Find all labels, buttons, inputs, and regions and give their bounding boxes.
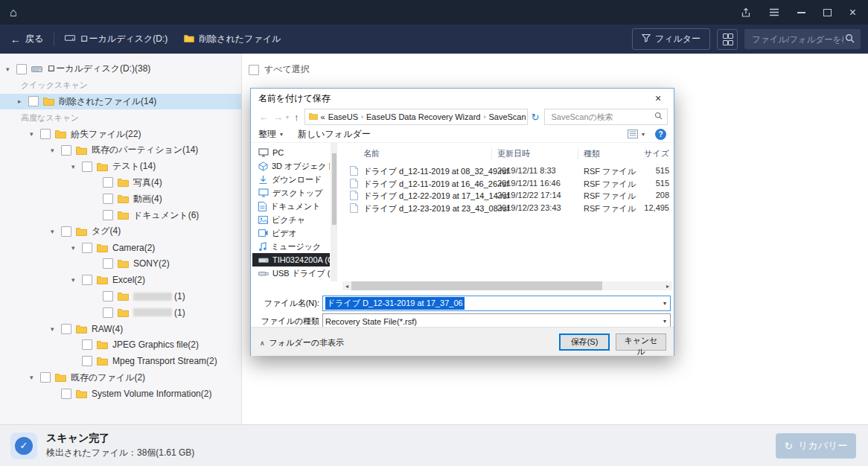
tree-item[interactable]: Mpeg Transport Stream(2) xyxy=(0,353,241,369)
places-scrollbar[interactable] xyxy=(331,143,337,281)
checkbox[interactable] xyxy=(82,275,92,285)
select-all-checkbox[interactable] xyxy=(249,65,259,75)
horizontal-scrollbar[interactable]: ◂ ▸ xyxy=(342,281,672,290)
organize-button[interactable]: 整理 ▾ xyxy=(258,128,283,141)
expand-icon[interactable]: ▾ xyxy=(51,147,61,154)
nav-up-icon[interactable]: ↑ xyxy=(294,112,299,123)
places-item[interactable]: デスクトップ xyxy=(252,186,330,200)
nav-back-icon[interactable]: ← xyxy=(259,112,269,123)
places-item[interactable]: 3D オブジェクト xyxy=(252,159,330,173)
expand-icon[interactable]: ▾ xyxy=(51,228,61,235)
places-item[interactable]: USB ドライブ (D: xyxy=(252,266,330,280)
column-size[interactable]: サイズ xyxy=(644,148,669,159)
file-row[interactable]: ドライブ d_12-23-2019 at 23_43_08.rsf2019/12… xyxy=(341,202,672,215)
places-item[interactable]: ミュージック xyxy=(252,240,330,253)
tree-item[interactable]: SONY(2) xyxy=(0,256,241,272)
checkbox[interactable] xyxy=(103,307,113,318)
filter-button[interactable]: フィルター xyxy=(632,28,710,50)
tree-item[interactable]: ▾RAW(4) xyxy=(0,321,241,337)
file-row[interactable]: ドライブ d_12-22-2019 at 17_14_14.rsf2019/12… xyxy=(341,190,672,202)
expand-icon[interactable]: ▾ xyxy=(30,130,40,138)
places-item[interactable]: TIH0324200A (C: xyxy=(252,253,330,266)
breadcrumb-folder[interactable]: 削除されたファイル xyxy=(184,33,281,45)
tree-item[interactable]: 写真(4) xyxy=(0,175,241,191)
expand-icon[interactable]: ▾ xyxy=(51,325,61,333)
tree-item[interactable]: ▾Camera(2) xyxy=(0,240,241,256)
places-item[interactable]: PC xyxy=(252,146,330,159)
search-input[interactable] xyxy=(750,34,845,45)
tree-item[interactable]: JPEG Graphics file(2) xyxy=(0,337,241,354)
tree-item[interactable]: ドキュメント(6) xyxy=(0,207,241,223)
column-name[interactable]: 名前 xyxy=(363,148,380,159)
expand-icon[interactable]: ▾ xyxy=(6,66,16,73)
expand-icon[interactable]: ▾ xyxy=(71,163,82,170)
minimize-button[interactable] xyxy=(797,7,805,19)
cancel-button[interactable]: キャンセル xyxy=(616,333,666,351)
tree-item[interactable]: ▸削除されたファイル(14) xyxy=(0,94,241,110)
column-date[interactable]: 更新日時 xyxy=(497,148,530,159)
menu-icon[interactable] xyxy=(769,7,779,19)
new-folder-button[interactable]: 新しいフォルダー xyxy=(298,128,371,141)
tree-item[interactable]: (1) xyxy=(0,304,241,321)
tree-item[interactable]: ▾紛失ファイル(22) xyxy=(0,126,241,142)
checkbox[interactable] xyxy=(61,389,71,399)
expand-icon[interactable]: ▾ xyxy=(30,374,40,381)
expand-icon[interactable]: ▾ xyxy=(71,244,82,252)
address-bar[interactable]: « EaseUS › EaseUS Data Recovery Wizard ›… xyxy=(304,109,528,125)
home-icon[interactable]: ⌂ xyxy=(10,7,17,19)
places-item[interactable]: ビデオ xyxy=(252,226,330,240)
checkbox[interactable] xyxy=(82,243,92,253)
checkbox[interactable] xyxy=(103,258,113,269)
checkbox[interactable] xyxy=(103,177,113,188)
checkbox[interactable] xyxy=(103,194,113,204)
checkbox[interactable] xyxy=(16,64,27,74)
checkbox[interactable] xyxy=(40,372,51,383)
select-all[interactable]: すべて選択 xyxy=(249,63,310,76)
back-button[interactable]: ← 戻る xyxy=(10,33,43,45)
save-button[interactable]: 保存(S) xyxy=(559,333,610,351)
tree-item[interactable]: ▾タグ(4) xyxy=(0,223,241,240)
checkbox[interactable] xyxy=(103,291,113,301)
scrollbar-thumb[interactable] xyxy=(332,153,336,225)
tree-item[interactable]: (1) xyxy=(0,288,241,304)
file-name-input[interactable]: ドライブ D_12-31-2019 at 17_37_06 ▾ xyxy=(322,296,671,311)
address-crumb[interactable]: EaseUS xyxy=(328,112,358,121)
file-row[interactable]: ドライブ d_12-11-2019 at 16_46_26.rsf2019/12… xyxy=(341,178,672,191)
expand-icon[interactable]: ▾ xyxy=(71,276,82,284)
checkbox[interactable] xyxy=(103,210,113,220)
search-box[interactable] xyxy=(744,29,861,49)
export-icon[interactable] xyxy=(741,7,751,19)
magnifier-icon[interactable] xyxy=(845,33,855,45)
checkbox[interactable] xyxy=(82,356,92,366)
tree-item[interactable]: System Volume Information(2) xyxy=(0,386,241,402)
tree-item[interactable]: ▾Excel(2) xyxy=(0,272,241,288)
places-item[interactable]: ダウンロード xyxy=(252,173,330,186)
tree-item[interactable]: ▾既存のパーティション(14) xyxy=(0,142,241,159)
view-grid-icon[interactable] xyxy=(717,29,738,50)
nav-forward-icon[interactable]: → xyxy=(273,112,283,123)
tree-item[interactable]: ▾既存のファイル(2) xyxy=(0,369,241,386)
tree-item[interactable]: ▾ローカルディスク(D:)(38) xyxy=(0,61,241,77)
help-icon[interactable]: ? xyxy=(655,129,666,140)
dialog-close-button[interactable]: × xyxy=(642,89,674,108)
chevron-down-icon[interactable]: ▾ xyxy=(663,318,668,325)
checkbox[interactable] xyxy=(28,96,39,106)
history-dropdown-icon[interactable]: ▾ xyxy=(286,114,289,121)
scrollbar-thumb[interactable] xyxy=(351,281,602,290)
checkbox[interactable] xyxy=(82,339,92,350)
tree-item[interactable]: ▾テスト(14) xyxy=(0,159,241,175)
breadcrumb-disk[interactable]: ローカルディスク(D:) xyxy=(65,33,167,45)
recover-button[interactable]: ↻ リカバリー xyxy=(776,433,856,459)
column-type[interactable]: 種類 xyxy=(584,148,600,159)
hide-folders-button[interactable]: ∧ フォルダーの非表示 xyxy=(260,337,344,348)
checkbox[interactable] xyxy=(61,324,71,334)
scroll-left-icon[interactable]: ◂ xyxy=(342,283,351,290)
address-overflow[interactable]: « xyxy=(321,112,325,121)
view-options-icon[interactable]: ▾ xyxy=(628,130,645,138)
dialog-search-input[interactable] xyxy=(549,112,654,122)
tree-item[interactable]: 動画(4) xyxy=(0,191,241,207)
places-item[interactable]: ピクチャ xyxy=(252,213,330,226)
magnifier-icon[interactable] xyxy=(654,112,663,122)
checkbox[interactable] xyxy=(40,129,51,139)
expand-icon[interactable]: ▸ xyxy=(18,98,28,105)
